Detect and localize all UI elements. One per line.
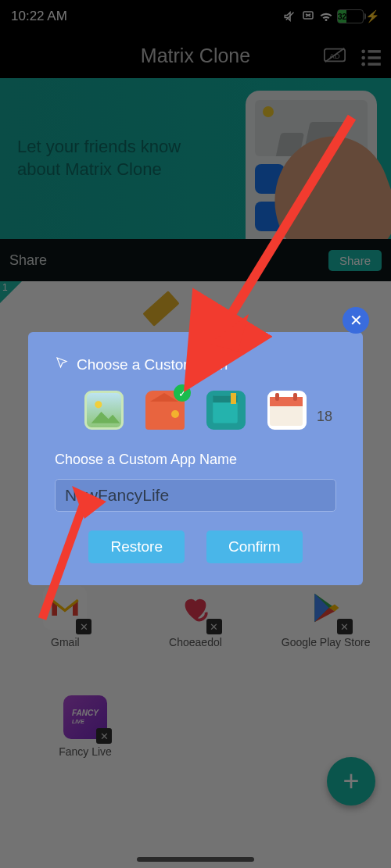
icon-option-gallery[interactable] xyxy=(84,391,124,430)
icon-option-calendar[interactable]: 18 xyxy=(267,391,307,430)
calendar-day-text: 18 xyxy=(305,409,344,425)
check-icon: ✓ xyxy=(174,384,191,402)
svg-rect-22 xyxy=(293,393,297,401)
modal-title: Choose a Custom Icon xyxy=(77,356,228,373)
cursor-icon xyxy=(55,355,69,373)
restore-button[interactable]: Restore xyxy=(88,530,185,563)
name-label: Choose a Custom App Name xyxy=(55,452,336,468)
icon-option-notebook[interactable] xyxy=(206,391,246,430)
close-button[interactable]: ✕ xyxy=(343,307,369,334)
app-name-input[interactable] xyxy=(55,479,336,512)
svg-point-15 xyxy=(171,410,179,418)
custom-icon-modal: ✕ Choose a Custom Icon ✓ 18 Choose a Cus… xyxy=(28,332,363,585)
confirm-button[interactable]: Confirm xyxy=(206,530,303,563)
svg-rect-18 xyxy=(231,393,236,404)
svg-rect-21 xyxy=(275,393,279,401)
svg-point-13 xyxy=(95,401,102,408)
svg-rect-20 xyxy=(270,397,303,406)
icon-option-wallet[interactable]: ✓ xyxy=(145,391,185,430)
